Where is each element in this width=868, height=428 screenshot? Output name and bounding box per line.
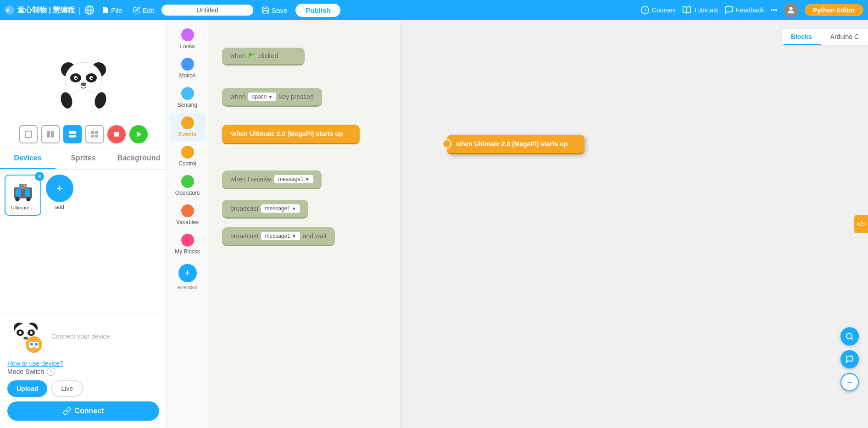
block-broadcast[interactable]: broadcast message1 ▼ xyxy=(222,200,308,219)
and-wait-text: and wait xyxy=(303,232,327,240)
myblocks-label: My Blocks xyxy=(175,248,200,255)
project-title-input[interactable] xyxy=(161,5,253,16)
comment-icon xyxy=(846,355,854,363)
globe-icon[interactable] xyxy=(84,5,95,15)
connect-button[interactable]: Connect xyxy=(7,401,159,421)
canvas-area[interactable]: when Ultimate 2.0 (MegaPi) starts up Blo… xyxy=(401,20,868,428)
python-editor-button[interactable]: Python Editor xyxy=(805,4,863,16)
script-area[interactable]: when clicked when space ▼ key pressed wh xyxy=(208,20,401,428)
panel-tabs: Devices Sprites Background xyxy=(0,148,167,170)
edit-icon xyxy=(133,6,140,14)
variables-dot xyxy=(181,204,194,217)
courses-link[interactable]: Courses xyxy=(640,5,676,15)
connect-icon xyxy=(63,407,71,415)
svg-point-49 xyxy=(30,343,33,346)
tutorials-label: Tutorials xyxy=(694,6,718,14)
sprite-controls xyxy=(19,125,148,143)
motion-dot xyxy=(181,58,194,71)
add-device-wrapper: + add xyxy=(46,175,73,216)
events-dot xyxy=(181,116,194,129)
category-control[interactable]: Control xyxy=(170,142,206,170)
nav-divider: | xyxy=(78,5,81,15)
minus-icon: − xyxy=(847,377,852,388)
tab-arduino[interactable]: Arduino C xyxy=(821,29,868,45)
file-menu[interactable]: File xyxy=(98,5,126,16)
device-icon xyxy=(12,180,34,202)
category-myblocks[interactable]: My Blocks xyxy=(170,230,206,258)
save-button[interactable]: Save xyxy=(257,4,292,16)
layout-full-button[interactable] xyxy=(63,125,82,143)
how-to-link[interactable]: How to use device? xyxy=(7,359,159,368)
canvas-dragging-block[interactable]: when Ultimate 2.0 (MegaPi) starts up xyxy=(447,135,584,154)
svg-point-6 xyxy=(790,7,793,10)
file-label: File xyxy=(111,6,122,14)
variables-label: Variables xyxy=(176,219,199,225)
user-avatar[interactable] xyxy=(784,3,798,17)
svg-rect-28 xyxy=(95,135,98,137)
category-operators[interactable]: Operators xyxy=(170,171,206,200)
category-events[interactable]: Events xyxy=(170,113,206,141)
looks-dot xyxy=(181,28,194,41)
stop-button[interactable] xyxy=(107,125,126,143)
svg-rect-33 xyxy=(25,189,30,197)
block-when-ultimate[interactable]: when Ultimate 2.0 (MegaPi) starts up xyxy=(222,125,360,144)
tab-blocks[interactable]: Blocks xyxy=(782,29,821,45)
category-sensing[interactable]: Sensing xyxy=(170,83,206,112)
events-label: Events xyxy=(178,131,196,137)
key-dropdown[interactable]: space ▼ xyxy=(248,93,276,101)
more-menu[interactable]: ••• xyxy=(771,6,778,14)
comment-tool-button[interactable] xyxy=(840,350,859,368)
how-to-use-link[interactable]: How to use device? xyxy=(7,360,63,367)
connect-panel: Connect your device How to use device? M… xyxy=(0,313,167,428)
block-when-key[interactable]: when space ▼ key pressed xyxy=(222,88,322,107)
tab-sprites[interactable]: Sprites xyxy=(56,148,111,169)
svg-rect-25 xyxy=(91,131,94,134)
svg-point-35 xyxy=(26,197,31,202)
svg-marker-30 xyxy=(137,132,141,137)
brand-logo: ♥ 童心制物 | 慧编程 xyxy=(5,5,75,15)
feedback-icon xyxy=(724,5,734,15)
layout-grid-button[interactable] xyxy=(85,125,104,143)
broadcast-wait-dropdown[interactable]: message1 ▼ xyxy=(261,232,300,240)
category-motion[interactable]: Motion xyxy=(170,54,206,82)
category-looks[interactable]: Looks xyxy=(170,25,206,53)
remove-device-button[interactable]: ✕ xyxy=(35,172,44,181)
go-button[interactable] xyxy=(129,125,148,143)
tab-devices[interactable]: Devices xyxy=(0,148,56,169)
zoom-out-button[interactable]: − xyxy=(840,373,859,391)
save-label: Save xyxy=(272,6,287,14)
tutorials-link[interactable]: Tutorials xyxy=(682,5,718,15)
motion-label: Motion xyxy=(179,72,195,79)
block-broadcast-wait[interactable]: broadcast message1 ▼ and wait xyxy=(222,227,335,246)
edit-label: Edit xyxy=(142,6,154,14)
tab-background[interactable]: Background xyxy=(111,148,167,169)
canvas-block-text: when Ultimate 2.0 (MegaPi) starts up xyxy=(456,140,568,148)
nav-right: Courses Tutorials Feedback ••• Python Ed… xyxy=(640,3,863,17)
layout-single-button[interactable] xyxy=(19,125,38,143)
svg-point-16 xyxy=(81,82,86,86)
broadcast-dropdown[interactable]: message1 ▼ xyxy=(261,204,300,213)
key-pressed-text: key pressed xyxy=(279,93,313,100)
layout-split-button[interactable] xyxy=(41,125,60,143)
add-device-button[interactable]: + xyxy=(46,175,73,202)
edit-menu[interactable]: Edit xyxy=(129,5,158,16)
feedback-link[interactable]: Feedback xyxy=(724,5,764,15)
publish-button[interactable]: Publish xyxy=(295,4,340,17)
tab-sprites-label: Sprites xyxy=(71,154,95,162)
collapse-code-button[interactable]: </> xyxy=(854,215,868,233)
receive-dropdown[interactable]: message1 ▼ xyxy=(274,175,313,183)
category-variables[interactable]: Variables xyxy=(170,201,206,229)
connect-btn-label: Connect xyxy=(75,407,104,415)
brand-text: 童心制物 | 慧编程 xyxy=(17,5,75,15)
upload-button[interactable]: Upload xyxy=(7,380,47,397)
device-item-ultimate[interactable]: ✕ Ultimate ... xyxy=(5,175,41,216)
mode-switch-info[interactable]: ? xyxy=(47,368,55,376)
block-when-flag[interactable]: when clicked xyxy=(222,48,305,66)
tab-arduino-label: Arduino C xyxy=(830,33,859,40)
svg-rect-52 xyxy=(33,340,35,342)
search-tool-button[interactable] xyxy=(840,327,859,346)
extension-button[interactable]: + xyxy=(178,264,197,282)
live-button[interactable]: Live xyxy=(51,380,83,397)
svg-rect-29 xyxy=(114,132,119,137)
block-when-receive[interactable]: when I receive message1 ▼ xyxy=(222,170,322,189)
